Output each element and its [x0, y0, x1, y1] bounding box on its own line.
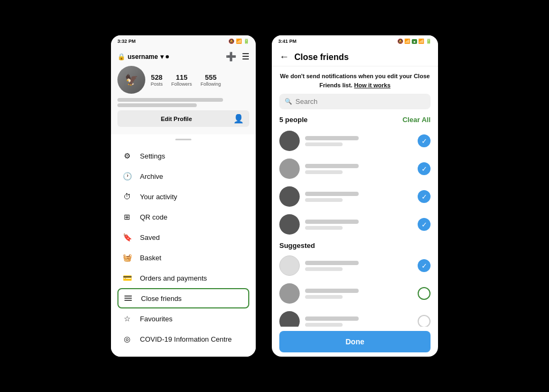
person-sub — [305, 226, 343, 230]
svg-rect-1 — [124, 298, 132, 299]
dropdown-icon: ▾ — [160, 53, 164, 61]
avatar: 🦅 — [117, 66, 145, 94]
check-toggle[interactable]: ✓ — [418, 190, 431, 203]
done-button[interactable]: Done — [279, 331, 431, 352]
profile-header-bar: 🔒 username ▾ ➕ ☰ — [117, 51, 249, 62]
how-it-works-link[interactable]: How it works — [354, 82, 390, 88]
check-toggle[interactable]: ✓ — [418, 162, 431, 175]
person-row: ✓ — [272, 210, 438, 238]
check-toggle[interactable]: ✓ — [418, 259, 431, 272]
menu-item-settings[interactable]: ⚙ Settings — [111, 146, 256, 166]
check-toggle[interactable]: ✓ — [418, 218, 431, 231]
svg-rect-0 — [124, 296, 132, 297]
person-sub — [305, 295, 343, 299]
checkmark-icon: ✓ — [421, 221, 427, 229]
menu-icon[interactable]: ☰ — [242, 51, 249, 62]
favourites-icon: ☆ — [122, 313, 132, 324]
posts-stat: 528 Posts — [151, 73, 163, 87]
check-toggle[interactable] — [418, 315, 431, 327]
avatar — [279, 131, 300, 151]
back-button[interactable]: ← — [279, 51, 289, 63]
page-title: Close friends — [294, 52, 348, 62]
right-time: 3:41 PM — [278, 39, 296, 44]
person-sub — [305, 267, 343, 271]
person-name — [305, 136, 359, 140]
menu-item-basket[interactable]: 🧺 Basket — [111, 247, 256, 268]
person-sub — [305, 142, 343, 146]
search-input[interactable] — [295, 97, 425, 105]
person-sub — [305, 323, 343, 327]
add-icon[interactable]: ➕ — [226, 51, 236, 62]
avatar — [279, 311, 300, 327]
person-name — [305, 261, 359, 265]
saved-icon: 🔖 — [122, 232, 132, 243]
notice-text: We don't send notifications when you edi… — [272, 66, 438, 94]
menu-item-activity[interactable]: ⏱ Your activity — [111, 186, 256, 207]
person-name — [305, 164, 359, 168]
check-toggle[interactable]: ✓ — [418, 134, 431, 147]
person-sub — [305, 170, 343, 174]
menu-item-archive[interactable]: 🕐 Archive — [111, 166, 256, 186]
people-section-header: 5 people Clear All — [272, 115, 438, 127]
person-name — [305, 289, 359, 293]
avatar-image: 🦅 — [117, 66, 145, 94]
checkmark-icon: ✓ — [421, 193, 427, 201]
person-info — [305, 164, 412, 174]
menu-item-favourites[interactable]: ☆ Favourites — [111, 308, 256, 329]
basket-icon: 🧺 — [122, 252, 132, 263]
orders-icon: 💳 — [122, 273, 132, 283]
person-info — [305, 289, 412, 299]
stats-container: 528 Posts 115 Followers 555 Following — [151, 73, 249, 87]
person-info — [305, 316, 412, 327]
suggested-row — [272, 280, 438, 307]
right-status-bar: 3:41 PM 🔕 📶 ● 📶 🔋 — [272, 35, 438, 47]
menu-item-close-friends[interactable]: Close friends — [117, 288, 249, 308]
checkmark-icon: ✓ — [421, 165, 427, 173]
clear-all-button[interactable]: Clear All — [403, 116, 431, 124]
person-info — [305, 261, 412, 271]
menu-item-covid[interactable]: ◎ COVID-19 Information Centre — [111, 329, 256, 349]
person-name — [305, 220, 359, 224]
svg-rect-2 — [124, 300, 132, 301]
person-sub — [305, 198, 343, 202]
checkmark-icon: ✓ — [421, 262, 427, 270]
bio-line-1 — [117, 98, 223, 102]
close-friends-icon — [123, 293, 133, 304]
left-phone: 3:32 PM 🔕 📶 🔋 🔒 username ▾ ➕ ☰ 🦅 — [111, 35, 256, 357]
profile-action-icons[interactable]: ➕ ☰ — [226, 51, 249, 62]
avatar — [279, 186, 300, 207]
profile-area: 🔒 username ▾ ➕ ☰ 🦅 528 Posts 115 — [111, 47, 256, 134]
left-time: 3:32 PM — [117, 39, 136, 44]
person-name — [305, 316, 359, 321]
person-row: ✓ — [272, 127, 438, 155]
left-status-bar: 3:32 PM 🔕 📶 🔋 — [111, 35, 256, 47]
followers-stat: 115 Followers — [172, 73, 192, 87]
people-list: ✓ ✓ ✓ — [272, 127, 438, 327]
person-row: ✓ — [272, 155, 438, 183]
right-status-icons: 🔕 📶 ● 📶 🔋 — [397, 39, 432, 44]
qr-icon: ⊞ — [122, 212, 132, 222]
profile-username: 🔒 username ▾ — [117, 53, 169, 61]
drag-handle — [175, 139, 191, 140]
check-toggle[interactable] — [418, 287, 431, 300]
settings-icon: ⚙ — [122, 150, 132, 161]
left-status-icons: 🔕 📶 🔋 — [228, 39, 249, 44]
avatar — [279, 283, 300, 304]
covid-icon: ◎ — [122, 334, 132, 344]
suggested-label: Suggested — [272, 238, 438, 252]
person-row: ✓ — [272, 183, 438, 210]
menu-drawer: ⚙ Settings 🕐 Archive ⏱ Your activity ⊞ Q… — [111, 134, 256, 357]
edit-profile-row[interactable]: Edit Profile 👤 — [117, 110, 249, 127]
menu-item-orders[interactable]: 💳 Orders and payments — [111, 268, 256, 288]
close-friends-header: ← Close friends — [272, 47, 438, 66]
menu-item-qr[interactable]: ⊞ QR code — [111, 207, 256, 227]
person-info — [305, 220, 412, 230]
search-icon: 🔍 — [285, 98, 292, 105]
people-count: 5 people — [279, 116, 308, 124]
profile-stats-row: 🦅 528 Posts 115 Followers 555 Following — [117, 66, 249, 94]
menu-item-saved[interactable]: 🔖 Saved — [111, 227, 256, 247]
right-phone: 3:41 PM 🔕 📶 ● 📶 🔋 ← Close friends We don… — [272, 35, 438, 357]
lock-icon: 🔒 — [117, 53, 125, 61]
person-info — [305, 136, 412, 146]
dot-indicator — [166, 55, 169, 58]
